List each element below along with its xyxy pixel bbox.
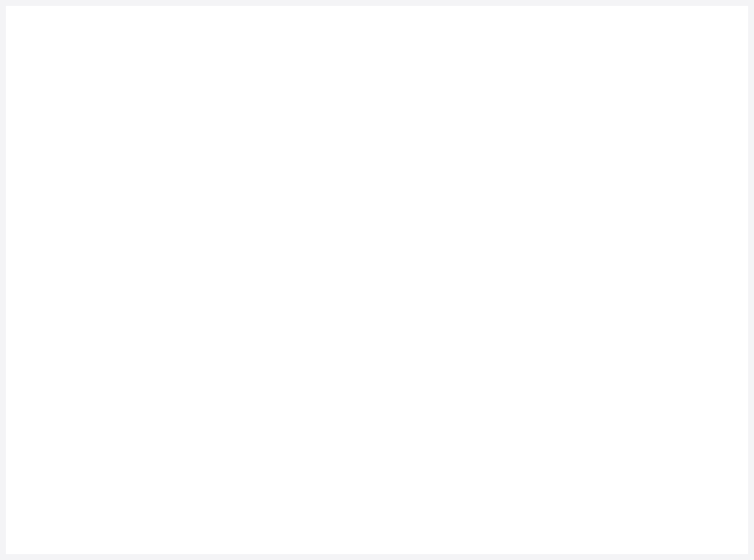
stacked-area-chart	[6, 6, 748, 554]
chart-container	[6, 6, 748, 554]
